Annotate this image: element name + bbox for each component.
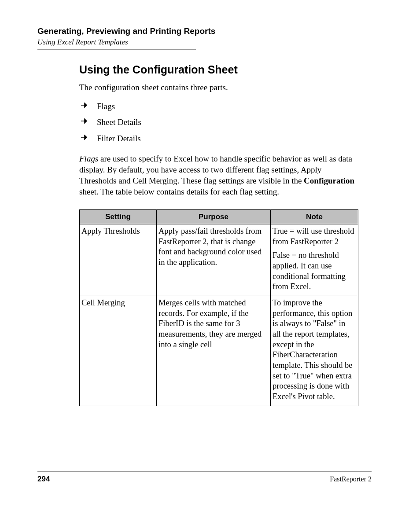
- arrow-icon: [81, 118, 90, 124]
- cell-purpose: Merges cells with matched records. For e…: [157, 296, 271, 406]
- flags-table: Setting Purpose Note Apply Thresholds Ap…: [79, 209, 358, 406]
- table-header-row: Setting Purpose Note: [80, 210, 358, 224]
- bullet-list: Flags Sheet Details Filter Details: [79, 99, 358, 147]
- cell-setting: Cell Merging: [80, 296, 157, 406]
- note-line: To improve the performance, this option …: [273, 298, 355, 402]
- note-line: False = no threshold applied. It can use…: [273, 250, 355, 292]
- flags-paragraph: Flags are used to specify to Excel how t…: [79, 153, 358, 197]
- flags-text-2: sheet. The table below contains details …: [79, 187, 279, 196]
- list-item-label: Sheet Details: [97, 117, 141, 127]
- arrow-icon: [81, 103, 90, 108]
- table-row: Apply Thresholds Apply pass/fail thresho…: [80, 224, 358, 296]
- list-item-label: Flags: [97, 102, 115, 111]
- flags-italic: Flags: [79, 154, 98, 163]
- cell-note: To improve the performance, this option …: [271, 296, 358, 406]
- col-header-setting: Setting: [80, 210, 157, 224]
- header-rule: [37, 49, 196, 50]
- list-item: Sheet Details: [79, 114, 358, 131]
- page-number: 294: [37, 475, 50, 484]
- chapter-title: Generating, Previewing and Printing Repo…: [37, 26, 372, 36]
- list-item: Filter Details: [79, 131, 358, 147]
- note-line: True = will use threshold from FastRepor…: [273, 226, 355, 247]
- table-row: Cell Merging Merges cells with matched r…: [80, 296, 358, 406]
- page-footer: 294 FastReporter 2: [37, 471, 372, 484]
- footer-rule: [37, 471, 372, 472]
- flags-bold: Configuration: [304, 176, 354, 185]
- running-header: Generating, Previewing and Printing Repo…: [37, 26, 372, 50]
- list-item: Flags: [79, 99, 358, 115]
- cell-note: True = will use threshold from FastRepor…: [271, 224, 358, 296]
- cell-purpose: Apply pass/fail thresholds from FastRepo…: [157, 224, 271, 296]
- cell-setting: Apply Thresholds: [80, 224, 157, 296]
- list-item-label: Filter Details: [97, 134, 141, 143]
- col-header-note: Note: [271, 210, 358, 224]
- main-content: Using the Configuration Sheet The config…: [37, 63, 372, 406]
- section-subtitle: Using Excel Report Templates: [37, 38, 372, 47]
- arrow-icon: [81, 135, 90, 140]
- intro-text: The configuration sheet contains three p…: [79, 82, 358, 93]
- product-name: FastReporter 2: [330, 475, 372, 483]
- col-header-purpose: Purpose: [157, 210, 271, 224]
- page-title: Using the Configuration Sheet: [79, 63, 358, 76]
